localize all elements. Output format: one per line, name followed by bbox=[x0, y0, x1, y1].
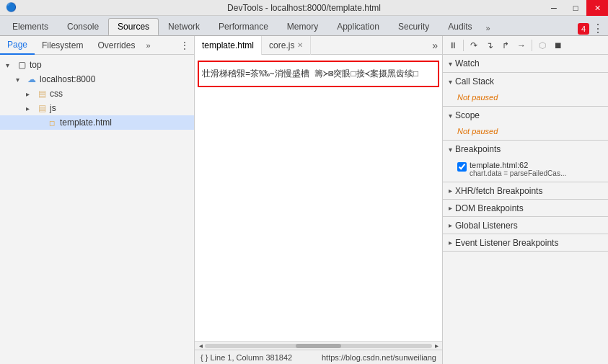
toolbar-separator-2 bbox=[532, 40, 532, 51]
debug-toolbar: ⏸ ↷ ↴ ↱ → ⬡ ⏹ bbox=[443, 36, 608, 55]
scrollbar-thumb[interactable] bbox=[296, 344, 341, 348]
tab-application[interactable]: Application bbox=[327, 18, 389, 35]
scope-label: Scope bbox=[455, 110, 480, 120]
maximize-button[interactable]: □ bbox=[565, 0, 586, 16]
dom-breakpoints-section[interactable]: ▸ DOM Breakpoints bbox=[443, 200, 608, 217]
global-label: Global Listeners bbox=[455, 221, 518, 231]
breakpoints-section: ▾ Breakpoints template.html:62 chart.dat… bbox=[443, 141, 608, 182]
tab-performance[interactable]: Performance bbox=[209, 18, 278, 35]
minimize-button[interactable]: ─ bbox=[543, 0, 565, 16]
pause-on-exceptions-button[interactable]: ⏹ bbox=[551, 38, 565, 53]
step-into-button[interactable]: ↴ bbox=[483, 38, 497, 53]
step-out-button[interactable]: ↱ bbox=[498, 38, 513, 53]
sub-tab-menu[interactable]: ⋮ bbox=[175, 40, 194, 51]
tree-label-template: template.html bbox=[60, 117, 112, 128]
global-arrow: ▸ bbox=[449, 221, 452, 229]
sub-tab-overrides[interactable]: Overrides bbox=[90, 36, 142, 55]
tab-sources[interactable]: Sources bbox=[108, 18, 159, 35]
watch-arrow: ▾ bbox=[449, 60, 452, 68]
tree-item-js[interactable]: ▸ ▤ js bbox=[0, 101, 194, 115]
editor-tab-corejs-label: core.js bbox=[269, 40, 294, 50]
xhr-arrow: ▸ bbox=[449, 187, 452, 195]
tree-arrow-css: ▸ bbox=[26, 90, 36, 98]
breakpoints-content: template.html:62 chart.data = parseFaile… bbox=[443, 158, 608, 182]
scope-status: Not paused bbox=[443, 124, 608, 140]
tree-label-top: top bbox=[30, 60, 42, 70]
status-left: { } Line 1, Column 381842 bbox=[201, 353, 292, 362]
tree-icon-top: ▢ bbox=[16, 60, 27, 70]
tab-security[interactable]: Security bbox=[389, 18, 439, 35]
editor-tab-bar: template.html core.js ✕ » bbox=[195, 36, 442, 55]
watch-section: ▾ Watch bbox=[443, 55, 608, 73]
editor-scrollbar[interactable]: ◂ ▸ bbox=[195, 341, 442, 350]
tab-audits[interactable]: Audits bbox=[439, 18, 481, 35]
scroll-left-button[interactable]: ◂ bbox=[196, 342, 205, 350]
code-line-highlighted: 壮滑梯稽㸧=茶%‰~消慢盛槽 籌≻⊠突眼□接≺案摄黑齿续□ bbox=[198, 61, 439, 87]
status-right: https://blog.csdn.net/sunweiliang bbox=[322, 353, 436, 362]
editor-tab-template-label: template.html bbox=[202, 40, 254, 50]
global-listeners-section[interactable]: ▸ Global Listeners bbox=[443, 217, 608, 234]
scope-header[interactable]: ▾ Scope bbox=[443, 107, 608, 124]
sub-tab-more[interactable]: » bbox=[142, 39, 154, 52]
status-bar: { } Line 1, Column 381842 https://blog.c… bbox=[195, 350, 442, 364]
editor-tab-corejs[interactable]: core.js ✕ bbox=[262, 36, 311, 55]
call-stack-arrow: ▾ bbox=[449, 78, 452, 86]
tree-label-js: js bbox=[50, 103, 56, 113]
deactivate-breakpoints-button[interactable]: ⬡ bbox=[535, 38, 550, 53]
tree-item-css[interactable]: ▸ ▤ css bbox=[0, 86, 194, 101]
xhr-label: XHR/fetch Breakpoints bbox=[455, 186, 542, 196]
sub-tab-filesystem[interactable]: Filesystem bbox=[35, 36, 90, 55]
tree-label-localhost: localhost:8000 bbox=[40, 74, 95, 84]
tab-memory[interactable]: Memory bbox=[278, 18, 327, 35]
close-button[interactable]: ✕ bbox=[586, 0, 608, 16]
xhr-breakpoints-section[interactable]: ▸ XHR/fetch Breakpoints bbox=[443, 182, 608, 200]
folder-icon-js: ▤ bbox=[36, 103, 48, 113]
code-area[interactable]: 壮滑梯稽㸧=茶%‰~消慢盛槽 籌≻⊠突眼□接≺案摄黑齿续□ bbox=[195, 55, 442, 341]
devtools-body: Page Filesystem Overrides » ⋮ ▾ ▢ top ▾ … bbox=[0, 36, 608, 364]
scope-arrow: ▾ bbox=[449, 112, 452, 120]
pause-button[interactable]: ⏸ bbox=[446, 38, 460, 53]
dom-arrow: ▸ bbox=[449, 204, 452, 212]
settings-icon[interactable]: ⋮ bbox=[592, 22, 604, 35]
call-stack-section: ▾ Call Stack Not paused bbox=[443, 73, 608, 107]
breakpoint-code: chart.data = parseFailedCas... bbox=[470, 169, 566, 177]
sub-tab-bar: Page Filesystem Overrides » ⋮ bbox=[0, 36, 194, 55]
tab-network[interactable]: Network bbox=[159, 18, 209, 35]
tabs-more-button[interactable]: » bbox=[482, 21, 495, 35]
file-icon-template: ◻ bbox=[46, 117, 58, 128]
tree-item-top[interactable]: ▾ ▢ top bbox=[0, 58, 194, 72]
breakpoints-arrow: ▾ bbox=[449, 146, 452, 154]
tree-arrow-js: ▸ bbox=[26, 105, 36, 112]
editor-tab-template[interactable]: template.html bbox=[195, 36, 262, 55]
devtools-toolbar-right: 4 ⋮ bbox=[578, 22, 608, 35]
tree-item-template-html[interactable]: ▸ ◻ template.html bbox=[0, 115, 194, 130]
scrollbar-track[interactable] bbox=[205, 344, 432, 348]
tree-item-localhost[interactable]: ▾ ☁ localhost:8000 bbox=[0, 72, 194, 86]
breakpoint-checkbox[interactable] bbox=[457, 162, 467, 172]
scope-section: ▾ Scope Not paused bbox=[443, 107, 608, 141]
tab-elements[interactable]: Elements bbox=[3, 18, 58, 35]
devtools-tab-bar: Elements Console Sources Network Perform… bbox=[0, 16, 608, 36]
step-over-button[interactable]: ↷ bbox=[467, 38, 481, 53]
editor-tab-more[interactable]: » bbox=[428, 40, 442, 51]
event-listener-breakpoints-section[interactable]: ▸ Event Listener Breakpoints bbox=[443, 234, 608, 252]
title-bar: 🔵 DevTools - localhost:8000/template.htm… bbox=[0, 0, 608, 16]
tab-console[interactable]: Console bbox=[58, 18, 108, 35]
call-stack-label: Call Stack bbox=[455, 76, 494, 86]
tree-label-css: css bbox=[50, 89, 63, 99]
breakpoints-label: Breakpoints bbox=[455, 144, 501, 154]
call-stack-header[interactable]: ▾ Call Stack bbox=[443, 73, 608, 90]
sub-tab-page[interactable]: Page bbox=[0, 36, 35, 55]
watch-header[interactable]: ▾ Watch bbox=[443, 55, 608, 72]
file-tree: ▾ ▢ top ▾ ☁ localhost:8000 ▸ ▤ css ▸ ▤ j… bbox=[0, 55, 194, 364]
folder-icon-css: ▤ bbox=[36, 89, 48, 99]
scroll-right-button[interactable]: ▸ bbox=[432, 342, 441, 350]
breakpoint-file: template.html:62 bbox=[470, 161, 528, 169]
editor-tab-corejs-close[interactable]: ✕ bbox=[297, 41, 303, 49]
right-panel: ⏸ ↷ ↴ ↱ → ⬡ ⏹ ▾ Watch ▾ Call Stack Not p… bbox=[442, 36, 608, 364]
step-button[interactable]: → bbox=[514, 38, 529, 53]
dom-label: DOM Breakpoints bbox=[455, 203, 524, 213]
breakpoints-header[interactable]: ▾ Breakpoints bbox=[443, 141, 608, 158]
middle-panel: template.html core.js ✕ » 壮滑梯稽㸧=茶%‰~消慢盛槽… bbox=[195, 36, 442, 364]
error-count-badge: 4 bbox=[578, 23, 589, 35]
